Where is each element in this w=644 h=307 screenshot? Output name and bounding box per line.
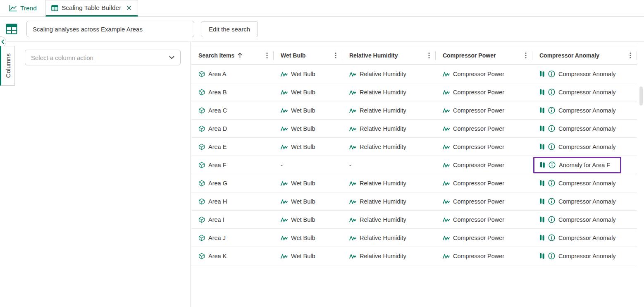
- cell-value: Area B: [208, 89, 227, 96]
- cell-power[interactable]: Compressor Power: [436, 120, 532, 137]
- column-header-humidity[interactable]: Relative Humidity: [342, 46, 436, 65]
- info-icon[interactable]: [548, 180, 555, 187]
- kebab-icon[interactable]: [265, 51, 269, 60]
- column-action-placeholder: Select a column action: [31, 54, 169, 61]
- cell-wet_bulb[interactable]: Wet Bulb: [274, 174, 342, 192]
- kebab-icon[interactable]: [427, 51, 431, 60]
- column-header-item[interactable]: Search Items: [191, 46, 274, 65]
- cell-item[interactable]: Area C: [191, 101, 274, 119]
- cell-anomaly[interactable]: Compressor Anomaly: [532, 101, 637, 119]
- cell-item[interactable]: Area J: [191, 229, 274, 247]
- condition-icon: [539, 253, 545, 259]
- cell-item[interactable]: Area H: [191, 192, 274, 210]
- cell-item[interactable]: Area K: [191, 247, 274, 265]
- signal-icon: [443, 235, 450, 241]
- info-icon[interactable]: [548, 143, 555, 150]
- edit-search-button[interactable]: Edit the search: [201, 21, 258, 37]
- cell-wet_bulb[interactable]: Wet Bulb: [274, 247, 342, 265]
- cell-humidity[interactable]: Relative Humidity: [342, 120, 436, 137]
- cell-item[interactable]: Area A: [191, 65, 274, 83]
- cell-value: Area C: [208, 107, 227, 114]
- cell-anomaly[interactable]: Compressor Anomaly: [532, 120, 637, 137]
- cell-wet_bulb[interactable]: Wet Bulb: [274, 101, 342, 119]
- cell-value: Compressor Anomaly: [558, 180, 616, 187]
- cell-item[interactable]: Area F: [191, 156, 274, 174]
- tab-scaling-table-builder[interactable]: Scaling Table Builder: [45, 0, 138, 17]
- tab-trend[interactable]: Trend: [4, 0, 42, 16]
- cell-power[interactable]: Compressor Power: [436, 156, 532, 174]
- cell-value: Compressor Power: [453, 198, 504, 205]
- cell-wet_bulb[interactable]: Wet Bulb: [274, 83, 342, 101]
- signal-icon: [443, 217, 450, 223]
- cell-humidity[interactable]: Relative Humidity: [342, 65, 436, 83]
- cell-humidity[interactable]: Relative Humidity: [342, 192, 436, 210]
- cell-humidity[interactable]: Relative Humidity: [342, 83, 436, 101]
- cell-power[interactable]: Compressor Power: [436, 211, 532, 228]
- scrollbar-thumb[interactable]: [639, 86, 643, 106]
- info-icon[interactable]: [548, 107, 555, 114]
- cell-humidity[interactable]: -: [342, 156, 436, 174]
- close-icon[interactable]: [126, 5, 132, 11]
- kebab-icon[interactable]: [334, 51, 337, 60]
- cell-wet_bulb[interactable]: -: [274, 156, 342, 174]
- info-icon[interactable]: [548, 70, 555, 77]
- cell-value: Compressor Power: [453, 162, 504, 168]
- cell-anomaly[interactable]: Compressor Anomaly: [532, 83, 637, 101]
- info-icon[interactable]: [548, 216, 555, 223]
- info-icon[interactable]: [548, 252, 555, 259]
- cube-icon: [198, 216, 205, 223]
- cell-power[interactable]: Compressor Power: [436, 192, 532, 210]
- kebab-icon[interactable]: [524, 51, 527, 60]
- cell-wet_bulb[interactable]: Wet Bulb: [274, 138, 342, 156]
- cell-anomaly[interactable]: Compressor Anomaly: [532, 211, 637, 228]
- cell-humidity[interactable]: Relative Humidity: [342, 247, 436, 265]
- cell-power[interactable]: Compressor Power: [436, 174, 532, 192]
- cell-humidity[interactable]: Relative Humidity: [342, 211, 436, 228]
- info-icon[interactable]: [549, 161, 556, 168]
- cell-wet_bulb[interactable]: Wet Bulb: [274, 229, 342, 247]
- cell-anomaly[interactable]: Compressor Anomaly: [532, 65, 637, 83]
- cell-humidity[interactable]: Relative Humidity: [342, 101, 436, 119]
- cell-anomaly[interactable]: Anomaly for Area F: [532, 156, 637, 174]
- column-header-power[interactable]: Compressor Power: [436, 46, 532, 65]
- cell-anomaly[interactable]: Compressor Anomaly: [532, 192, 637, 210]
- cell-item[interactable]: Area D: [191, 120, 274, 137]
- table-builder-icon[interactable]: [6, 24, 17, 34]
- cell-power[interactable]: Compressor Power: [436, 101, 532, 119]
- cell-anomaly[interactable]: Compressor Anomaly: [532, 247, 637, 265]
- cell-wet_bulb[interactable]: Wet Bulb: [274, 120, 342, 137]
- info-icon[interactable]: [548, 234, 555, 241]
- cube-icon: [198, 253, 205, 259]
- cell-power[interactable]: Compressor Power: [436, 138, 532, 156]
- cell-anomaly[interactable]: Compressor Anomaly: [532, 174, 637, 192]
- cell-power[interactable]: Compressor Power: [436, 247, 532, 265]
- cell-anomaly[interactable]: Compressor Anomaly: [532, 138, 637, 156]
- cell-item[interactable]: Area G: [191, 174, 274, 192]
- cell-humidity[interactable]: Relative Humidity: [342, 174, 436, 192]
- cell-humidity[interactable]: Relative Humidity: [342, 138, 436, 156]
- search-input[interactable]: [26, 21, 194, 37]
- cell-humidity[interactable]: Relative Humidity: [342, 229, 436, 247]
- columns-panel-tab[interactable]: Columns: [0, 46, 15, 86]
- cell-item[interactable]: Area I: [191, 211, 274, 228]
- cell-power[interactable]: Compressor Power: [436, 83, 532, 101]
- cell-power[interactable]: Compressor Power: [436, 229, 532, 247]
- info-icon[interactable]: [548, 89, 555, 96]
- cell-power[interactable]: Compressor Power: [436, 65, 532, 83]
- cell-item[interactable]: Area E: [191, 138, 274, 156]
- signal-icon: [443, 144, 450, 150]
- info-icon[interactable]: [548, 198, 555, 205]
- column-header-wet_bulb[interactable]: Wet Bulb: [274, 46, 342, 65]
- cell-wet_bulb[interactable]: Wet Bulb: [274, 211, 342, 228]
- toolbar: Edit the search: [0, 17, 644, 41]
- cell-wet_bulb[interactable]: Wet Bulb: [274, 65, 342, 83]
- cell-wet_bulb[interactable]: Wet Bulb: [274, 192, 342, 210]
- cell-item[interactable]: Area B: [191, 83, 274, 101]
- column-header-anomaly[interactable]: Compressor Anomaly: [532, 46, 637, 65]
- column-action-dropdown[interactable]: Select a column action: [25, 50, 181, 65]
- table-row: Area HWet BulbRelative HumidityCompresso…: [191, 192, 637, 211]
- info-icon[interactable]: [548, 125, 555, 132]
- cell-anomaly[interactable]: Compressor Anomaly: [532, 229, 637, 247]
- kebab-icon[interactable]: [629, 51, 632, 60]
- condition-icon: [539, 216, 545, 223]
